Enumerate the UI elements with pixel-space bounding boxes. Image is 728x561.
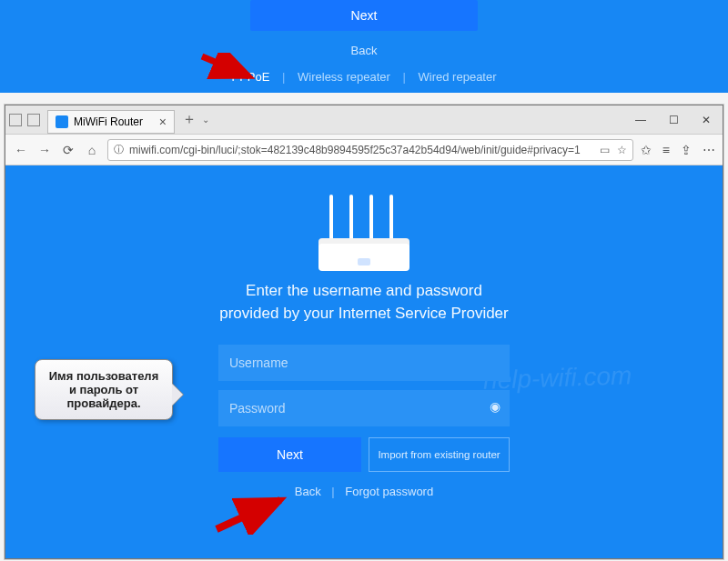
next-button-top[interactable]: Next xyxy=(250,0,478,31)
browser-toolbar: ← → ⟳ ⌂ ⓘ miwifi.com/cgi-bin/luci/;stok=… xyxy=(5,135,723,165)
address-bar[interactable]: ⓘ miwifi.com/cgi-bin/luci/;stok=482139c4… xyxy=(107,139,633,161)
show-password-icon[interactable]: ◉ xyxy=(490,399,500,414)
callout-text: Имя пользователя и пароль от провайдера. xyxy=(49,369,158,410)
favorite-icon[interactable]: ☆ xyxy=(617,144,627,156)
reader-mode-icon[interactable]: ▭ xyxy=(600,144,610,156)
tab-pppoe[interactable]: PPPoE xyxy=(231,70,269,84)
home-button[interactable]: ⌂ xyxy=(84,143,100,157)
new-tab-button[interactable]: ＋ xyxy=(182,110,197,129)
close-window-button[interactable]: ✕ xyxy=(690,105,723,135)
back-link[interactable]: Back xyxy=(295,485,321,498)
favicon-icon xyxy=(56,115,68,128)
forward-button[interactable]: → xyxy=(36,143,53,157)
browser-tabbar: MiWiFi Router × ＋ ⌄ — ☐ ✕ xyxy=(5,105,723,135)
link-separator: | xyxy=(331,485,334,498)
url-text: miwifi.com/cgi-bin/luci/;stok=482139c48b… xyxy=(129,144,594,156)
bottom-links: Back | Forgot password xyxy=(295,485,433,498)
tab-wireless-repeater[interactable]: Wireless repeater xyxy=(298,70,390,84)
panel-icon[interactable] xyxy=(27,114,40,126)
tabs-dropdown-icon[interactable]: ⌄ xyxy=(202,115,209,125)
tab-separator: | xyxy=(282,70,285,84)
connection-type-tabs: PPPoE | Wireless repeater | Wired repeat… xyxy=(231,70,496,84)
back-button[interactable]: ← xyxy=(13,143,29,157)
top-setup-panel: Next Back PPPoE | Wireless repeater | Wi… xyxy=(0,0,728,93)
page-heading: Enter the username and password provided… xyxy=(218,280,510,325)
browser-tab[interactable]: MiWiFi Router × xyxy=(47,110,175,134)
tab-title: MiWiFi Router xyxy=(74,115,143,128)
password-input[interactable] xyxy=(218,390,510,426)
minimize-button[interactable]: — xyxy=(624,105,657,135)
next-button[interactable]: Next xyxy=(218,437,361,472)
browser-window: MiWiFi Router × ＋ ⌄ — ☐ ✕ ← → ⟳ ⌂ ⓘ miwi… xyxy=(5,105,723,559)
maximize-button[interactable]: ☐ xyxy=(657,105,690,135)
annotation-callout: Имя пользователя и пароль от провайдера. xyxy=(35,359,173,420)
reading-list-icon[interactable]: ≡ xyxy=(662,143,670,157)
forgot-password-link[interactable]: Forgot password xyxy=(345,485,433,498)
back-link-top[interactable]: Back xyxy=(351,44,378,57)
import-button[interactable]: Import from existing router xyxy=(369,437,510,472)
username-input[interactable] xyxy=(218,345,510,381)
share-icon[interactable]: ⇪ xyxy=(681,143,692,157)
favorites-icon[interactable]: ✩ xyxy=(641,143,652,157)
close-tab-icon[interactable]: × xyxy=(159,115,167,129)
tab-separator: | xyxy=(403,70,406,84)
router-illustration xyxy=(309,189,419,271)
refresh-button[interactable]: ⟳ xyxy=(60,143,76,157)
site-info-icon[interactable]: ⓘ xyxy=(114,143,124,156)
tab-wired-repeater[interactable]: Wired repeater xyxy=(419,70,497,84)
menu-icon[interactable]: ⋯ xyxy=(703,143,715,157)
sidebar-toggle-icons[interactable] xyxy=(9,114,40,126)
panel-icon[interactable] xyxy=(9,114,22,126)
